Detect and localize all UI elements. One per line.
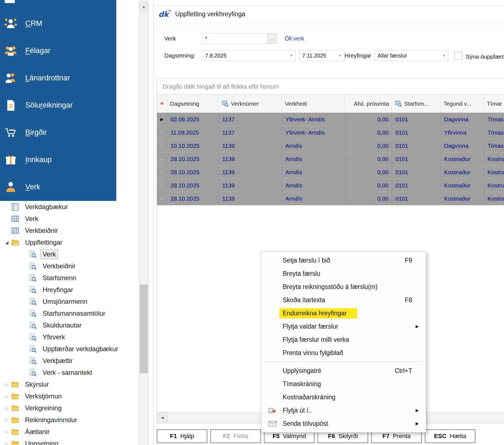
tree-scrollbar[interactable]: ▲: [139, 0, 149, 445]
menu-item-kostna-arskr-ning[interactable]: Kostnaðarskráning: [261, 391, 426, 404]
collapse-arrow-icon[interactable]: ◢: [3, 240, 11, 245]
movements-value: Allar færslur: [378, 53, 407, 59]
tree-item-tlanir[interactable]: ▷Áætlanir: [0, 426, 139, 438]
column-header-afsl-pr-senta[interactable]: Afsl. prósenta: [345, 95, 392, 113]
menu-item-endurreikna-hreyfingar[interactable]: Endurreikna hreyfingar: [261, 307, 426, 320]
sidebar-item-l-nardrottnar[interactable]: Lánardrottnar: [0, 64, 116, 92]
sidebar-item-innkaup[interactable]: Innkaup: [0, 146, 116, 173]
scrollbar-thumb[interactable]: [140, 285, 148, 373]
tree-item-verk-samantekt[interactable]: Verk - samantekt: [0, 367, 139, 378]
column-header-t-mar[interactable]: Tímar: [484, 95, 504, 113]
tree-item-verk[interactable]: Verk: [0, 248, 139, 260]
menu-item-senda-t-lvup-st[interactable]: Senda tölvupóst▶: [261, 417, 426, 430]
sidebar-item-crm[interactable]: CRM: [0, 10, 116, 37]
cell: Yfirverk- Arndís: [282, 126, 345, 139]
tree-item-verkdagb-kur[interactable]: Verkdagbækur: [0, 201, 139, 213]
sidebar-item-label: Innkaup: [25, 155, 52, 164]
tree-item-yfirverk[interactable]: Yfirverk: [0, 331, 139, 343]
oll-verk-link[interactable]: Öll verk: [285, 33, 304, 44]
cell: Dagvinna: [441, 113, 484, 126]
verk-filter-input[interactable]: [202, 33, 277, 44]
tree-item-reikningavinnslur[interactable]: ▷Reikningavinnslur: [0, 414, 139, 426]
footer-button-f2[interactable]: F2Fletta: [210, 429, 261, 443]
column-header-dagsetning[interactable]: Dagsetning: [167, 95, 219, 113]
tree-item-verkbei-nir[interactable]: Verkbeiðnir: [0, 260, 139, 272]
table-row[interactable]: ▹10.10.20251139Arndís0,000101DagvinnaTím…: [157, 139, 504, 152]
table-row[interactable]: ▹28.10.20251139Arndís0,000101KostnaðurKo…: [157, 179, 504, 192]
submenu-arrow-icon: ▶: [415, 421, 419, 426]
tree-item-verk[interactable]: Verk: [0, 213, 139, 225]
table-row[interactable]: ▹28.10.20251139Arndís0,000101KostnaðurKo…: [157, 152, 504, 166]
menu-item-breyta-reikningsst-u-f-rslu-m[interactable]: Breyta reikningsstöðu á færslu(m): [261, 280, 426, 293]
tree-item-verkstj-rnun[interactable]: ▷Verkstjórnun: [0, 390, 139, 402]
cell: 10.10.2025: [167, 139, 219, 152]
scroll-up-button[interactable]: ▲: [140, 1, 148, 12]
menu-item-uppl-singatr[interactable]: UpplýsingatréCtrl+T: [261, 364, 426, 377]
table-row[interactable]: ▹28.10.20251139Arndís0,000101KostnaðurKo…: [157, 166, 504, 179]
sidebar-item-f-lagar[interactable]: Félagar: [0, 37, 116, 64]
tree-item-uppsetning[interactable]: ▷Uppsetning: [0, 438, 139, 445]
menu-item-flytja-valdar-f-rslur[interactable]: Flytja valdar færslur▶: [261, 320, 426, 333]
tree-item-starfsmannasamt-lur[interactable]: Starfsmannasamtölur: [0, 307, 139, 319]
expand-arrow-icon[interactable]: ▷: [3, 394, 11, 398]
chevron-down-icon: ▼: [290, 54, 293, 57]
table-row[interactable]: ▹11.09.20251137Yfirverk- Arndís0,000101Y…: [157, 126, 504, 139]
browse-button[interactable]: ...: [267, 34, 276, 43]
menu-item-flytja-t[interactable]: Flytja út í..▶: [261, 404, 426, 417]
scroll-left-button[interactable]: ◀: [157, 412, 168, 423]
cell: 0101: [392, 139, 441, 152]
tree-item-label: Verkdagbækur: [23, 202, 70, 212]
sidebar-menu-items: CRMFélagarLánardrottnarSölureikningarBir…: [0, 10, 116, 201]
tree-item-label: Hreyfingar: [41, 285, 75, 294]
expand-arrow-icon[interactable]: ▷: [3, 430, 11, 434]
sidebar-item-verk[interactable]: Verk: [0, 173, 116, 201]
tree-item-uppf-r-ar-verkdagb-kur[interactable]: Uppfærðar verkdagbækur: [0, 343, 139, 355]
menu-item-breyta-f-rslu[interactable]: Breyta færslu: [261, 267, 426, 280]
sidebar-item-birg-ir[interactable]: Birgðir: [0, 119, 116, 146]
show-unposted-checkbox[interactable]: [454, 52, 462, 60]
column-header-tegund-v[interactable]: Tegund v...: [441, 95, 484, 113]
tree-item-label: Starfsmenn: [41, 273, 78, 283]
menu-item-setja-f-rslu-bi[interactable]: Setja færslu í biðF9: [261, 254, 426, 267]
menu-item-sko-a-tartexta[interactable]: Skoða ítartextaF8: [261, 293, 426, 307]
footer-button-f1[interactable]: F1Hjálp: [157, 429, 207, 443]
expand-arrow-icon[interactable]: ▷: [3, 441, 11, 445]
tree-item-verkbei-nir[interactable]: Verkbeiðnir: [0, 225, 139, 236]
table-row[interactable]: ▶02.09.20251137Yfirverk- Arndís0,000101D…: [157, 113, 504, 126]
tree-item-hreyfingar[interactable]: Hreyfingar: [0, 284, 139, 296]
folder-icon: [11, 380, 19, 389]
movements-combobox[interactable]: Allar færslur ▼: [374, 50, 448, 61]
tree-item-verk-ttir[interactable]: Verkþættir: [0, 355, 139, 367]
expand-arrow-icon[interactable]: ▷: [3, 406, 11, 410]
tree-item-sk-rslur[interactable]: ▷Skýrslur: [0, 378, 139, 390]
table-row[interactable]: ▹28.10.20251139Arndís0,000101KostnaðurKo…: [157, 192, 504, 205]
menu-item-prenta-vinnu-fylgibla[interactable]: Prenta vinnu fylgiblað: [261, 346, 426, 359]
button-label: Valmynd: [283, 433, 306, 440]
export-icon: [268, 406, 277, 415]
expand-arrow-icon[interactable]: ▷: [3, 418, 11, 422]
tree-item-label: Verk: [41, 250, 58, 259]
sidebar-item-s-lureikningar[interactable]: Sölureikningar: [0, 92, 116, 119]
column-header-verkn-mer[interactable]: Verknúmer: [219, 95, 282, 113]
tree-item-umsj-narmenn[interactable]: Umsjónarmenn: [0, 296, 139, 307]
menu-item-label: Endurreikna hreyfingar: [279, 308, 357, 318]
menu-item-t-maskr-ning[interactable]: Tímaskráning: [261, 377, 426, 391]
menu-item-flytja-f-rslur-milli-verka[interactable]: Flytja færslur milli verka: [261, 333, 426, 346]
tree-item-verkgreining[interactable]: ▷Verkgreining: [0, 402, 139, 414]
column-header-label: Starfsm...: [404, 100, 429, 107]
expand-arrow-icon[interactable]: ▷: [3, 382, 11, 387]
column-header-verkheiti[interactable]: Verkheiti: [282, 95, 345, 113]
menu-icon[interactable]: [5, 0, 15, 3]
tree-item-uppflettingar[interactable]: ◢Uppflettingar: [0, 236, 139, 248]
tree-item-starfsmenn[interactable]: Starfsmenn: [0, 272, 139, 284]
tree-item-skuldunautar[interactable]: Skuldunautar: [0, 319, 139, 331]
cell: Tímask: [484, 139, 504, 152]
lookup-doc-icon: [29, 250, 37, 258]
column-header-starfsm[interactable]: Starfsm...: [392, 95, 441, 113]
column-header-indicator[interactable]: *: [157, 95, 167, 113]
date-from-combobox[interactable]: 7.8.2025 ▼: [202, 50, 296, 61]
footer-button-esc[interactable]: ESCHætta: [425, 429, 475, 443]
tree-item-label: Verkstjórnun: [23, 392, 64, 401]
date-to-combobox[interactable]: 7.11.2025 ▼: [299, 50, 345, 61]
date-filter-label: Dagsetning:: [164, 50, 195, 61]
